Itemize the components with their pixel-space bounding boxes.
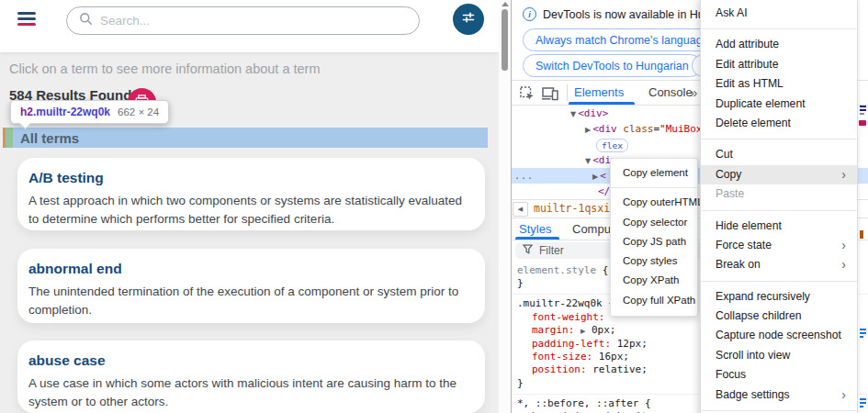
page-header: Search... (0, 0, 499, 52)
submenu-arrow-icon: › (841, 255, 846, 274)
menu-item-expand-recursively[interactable]: Expand recursively (701, 287, 857, 307)
hamburger-menu-icon[interactable] (17, 12, 36, 27)
expand-arrow-icon[interactable]: ▼ (570, 110, 576, 118)
menu-item-cut[interactable]: Cut (701, 145, 857, 164)
tab-console[interactable]: Console (648, 85, 693, 99)
term-card[interactable]: abnormal end The unintended termination … (17, 249, 485, 323)
term-title: abnormal end (28, 261, 472, 277)
tooltip-tag: h2 (20, 106, 33, 118)
menu-item-edit-as-html[interactable]: Edit as HTML (701, 74, 857, 94)
instruction-text: Click on a term to see more information … (9, 61, 320, 76)
funnel-icon (523, 244, 533, 257)
submenu-arrow-icon: › (841, 165, 846, 184)
tooltip-class: .muiltr-22wq0k (33, 106, 110, 118)
term-card[interactable]: A/B testing A test approach in which two… (17, 158, 485, 230)
term-card[interactable]: abuse case A use case in which some acto… (17, 340, 485, 413)
menu-item-hide-element[interactable]: Hide element (701, 217, 857, 236)
expand-arrow-icon[interactable]: ▼ (585, 157, 591, 165)
menu-item-scroll-into-view[interactable]: Scroll into view (701, 346, 857, 365)
active-tab-underline (515, 237, 559, 240)
search-input[interactable]: Search... (66, 6, 420, 35)
term-definition: A use case in which some actors with mal… (28, 374, 472, 410)
match-language-button[interactable]: Always match Chrome's language (523, 28, 722, 51)
info-icon: i (523, 7, 536, 21)
more-tabs-icon[interactable]: » (690, 84, 697, 100)
section-header-label: All terms (13, 130, 79, 146)
inspect-content-overlay: All terms (13, 128, 488, 148)
tab-styles[interactable]: Styles (519, 222, 551, 236)
term-title: abuse case (28, 352, 472, 369)
menu-item-break-on[interactable]: Break on› (701, 255, 857, 274)
search-icon (79, 12, 93, 29)
breadcrumb-back-icon[interactable]: ◀ (513, 202, 528, 217)
menu-item-force-state[interactable]: Force state› (701, 236, 857, 255)
menu-item-copy-xpath[interactable]: Copy XPath (611, 271, 697, 290)
tooltip-dimensions: 662 × 24 (118, 106, 159, 117)
inspect-tooltip: h2.muiltr-22wq0k 662 × 24 (10, 100, 169, 124)
menu-item-delete-element[interactable]: Delete element (701, 114, 857, 133)
menu-item-collapse-children[interactable]: Collapse children (701, 307, 857, 326)
menu-item-copy-full-xpath[interactable]: Copy full XPath (611, 291, 697, 310)
page-scrollbar[interactable] (499, 0, 511, 413)
scrollbar-thumb[interactable] (502, 9, 508, 71)
collapse-arrow-icon[interactable]: ▶ (592, 173, 598, 181)
search-placeholder: Search... (100, 14, 150, 28)
inspect-padding-overlay (6, 128, 13, 148)
menu-item-copy-selector[interactable]: Copy selector (611, 213, 697, 232)
tab-elements[interactable]: Elements (574, 85, 624, 99)
menu-separator (611, 187, 697, 188)
menu-item-copy-styles[interactable]: Copy styles (611, 251, 697, 271)
flex-badge[interactable]: flex (596, 139, 628, 152)
glossary-page: Search... Click on a term to see more in… (0, 0, 499, 413)
menu-separator (701, 281, 857, 282)
active-tab-underline (569, 102, 635, 105)
copy-submenu: Copy element Copy outerHTML Copy selecto… (610, 158, 698, 317)
menu-item-copy[interactable]: Copy› (701, 165, 857, 184)
infobar-message: DevTools is now available in Hunga (543, 8, 724, 21)
inspect-element-icon[interactable] (519, 85, 535, 105)
collapse-arrow-icon[interactable]: ▶ (585, 126, 591, 134)
toolbar-separator (567, 84, 568, 101)
submenu-arrow-icon: › (841, 385, 846, 405)
device-toolbar-icon[interactable] (542, 87, 558, 104)
section-header-highlighted[interactable]: All terms (3, 128, 488, 148)
menu-separator (701, 210, 857, 211)
more-actions-icon[interactable]: ... (514, 168, 534, 184)
term-definition: The unintended termination of the execut… (28, 283, 472, 318)
sliders-icon (461, 10, 476, 28)
menu-item-copy-js-path[interactable]: Copy JS path (611, 232, 697, 251)
context-menu: Ask AI Add attribute Edit attribute Edit… (700, 0, 858, 413)
menu-item-paste: Paste (701, 184, 857, 204)
menu-separator (701, 28, 857, 29)
browser-with-devtools: Search... Click on a term to see more in… (0, 0, 868, 413)
menu-item-capture-node-screenshot[interactable]: Capture node screenshot (701, 326, 857, 345)
submenu-arrow-icon: › (841, 236, 846, 255)
term-definition: A test approach in which two components … (28, 192, 472, 228)
menu-item-focus[interactable]: Focus (701, 365, 857, 385)
scrollbar-up-arrow[interactable] (502, 2, 509, 6)
menu-item-badge-settings[interactable]: Badge settings› (701, 385, 857, 405)
filter-button[interactable] (453, 4, 484, 35)
menu-item-copy-element[interactable]: Copy element (611, 163, 697, 183)
menu-item-duplicate-element[interactable]: Duplicate element (701, 95, 857, 114)
menu-item-ask-ai[interactable]: Ask AI (701, 4, 857, 23)
menu-item-add-attribute[interactable]: Add attribute (701, 35, 857, 54)
menu-separator (701, 410, 857, 411)
term-title: A/B testing (28, 170, 472, 186)
switch-language-button[interactable]: Switch DevTools to Hungarian (523, 54, 702, 77)
menu-item-edit-attribute[interactable]: Edit attribute (701, 55, 857, 74)
menu-item-copy-outerhtml[interactable]: Copy outerHTML (611, 193, 697, 212)
filter-placeholder: Filter (539, 244, 564, 257)
menu-separator (701, 139, 857, 140)
expand-arrow-icon[interactable]: ▶ (581, 328, 585, 335)
